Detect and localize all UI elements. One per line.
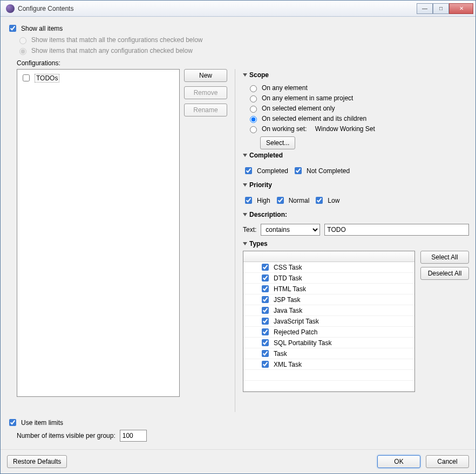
right-column: Scope On any element On any element in s… — [243, 69, 469, 397]
table-row — [243, 381, 414, 391]
completed-section-title[interactable]: Completed — [243, 152, 469, 159]
content-area: Show all items Show items that match all… — [1, 17, 475, 449]
types-buttons: Select All Deselect All — [420, 251, 469, 280]
new-button[interactable]: New — [184, 69, 227, 82]
bottom-section: Use item limits Number of items visible … — [7, 416, 469, 444]
deselect-all-button[interactable]: Deselect All — [420, 267, 469, 280]
footer: Restore Defaults OK Cancel — [1, 449, 475, 473]
type-label: CSS Task — [274, 264, 302, 271]
match-all-radio-input[interactable] — [19, 37, 26, 44]
not-completed-checkbox[interactable]: Not Completed — [293, 166, 350, 176]
list-item[interactable]: TODOs — [21, 73, 176, 83]
types-section-title[interactable]: Types — [243, 240, 469, 248]
type-label: Task — [274, 350, 287, 358]
table-row[interactable]: SQL Portability Task — [243, 338, 414, 348]
scope-selected-children-radio[interactable]: On selected element and its children — [247, 114, 469, 123]
select-working-set-button[interactable]: Select... — [260, 136, 295, 149]
table-row[interactable]: CSS Task — [243, 262, 414, 273]
priority-low-checkbox[interactable]: Low — [314, 195, 339, 205]
table-row[interactable]: Task — [243, 348, 414, 359]
config-item-checkbox[interactable] — [23, 74, 30, 81]
type-checkbox[interactable] — [262, 318, 269, 325]
configurations-list[interactable]: TODOs — [17, 69, 180, 397]
table-row[interactable]: Rejected Patch — [243, 327, 414, 338]
type-label: Java Task — [274, 307, 302, 314]
config-buttons: New Remove Rename — [184, 69, 227, 412]
chevron-down-icon — [243, 213, 247, 216]
rename-button[interactable]: Rename — [184, 104, 227, 116]
chevron-down-icon — [243, 183, 247, 187]
match-any-radio-input[interactable] — [19, 48, 26, 55]
table-row[interactable]: Java Task — [243, 305, 414, 316]
table-row[interactable]: XML Task — [243, 359, 414, 370]
type-checkbox[interactable] — [262, 296, 269, 303]
description-title: Description: — [249, 211, 287, 218]
number-label: Number of items visible per group: — [17, 432, 115, 439]
types-table-body: CSS TaskDTD TaskHTML TaskJSP TaskJava Ta… — [243, 262, 414, 391]
type-checkbox[interactable] — [262, 285, 269, 292]
scope-any-radio[interactable]: On any element — [247, 84, 469, 92]
close-button[interactable]: ✕ — [449, 3, 473, 14]
scope-title: Scope — [249, 71, 269, 79]
text-label: Text: — [243, 226, 256, 233]
show-all-checkbox-input[interactable] — [9, 25, 16, 32]
scope-selected-only-radio[interactable]: On selected element only — [247, 104, 469, 113]
cancel-button[interactable]: Cancel — [426, 455, 469, 468]
dialog-window: Configure Contents — □ ✕ Show all items … — [0, 0, 476, 474]
match-all-label: Show items that match all the configurat… — [31, 36, 203, 44]
show-all-items-checkbox[interactable]: Show all items — [7, 23, 469, 33]
table-row[interactable]: DTD Task — [243, 273, 414, 284]
completed-checkboxes: Completed Not Completed — [243, 164, 469, 177]
type-label: Rejected Patch — [274, 328, 317, 336]
show-all-label: Show all items — [21, 25, 63, 32]
type-checkbox[interactable] — [262, 328, 269, 335]
match-all-radio[interactable]: Show items that match all the configurat… — [17, 36, 469, 44]
priority-section-title[interactable]: Priority — [243, 181, 469, 189]
type-checkbox[interactable] — [262, 274, 269, 281]
items-per-group-input[interactable] — [120, 430, 147, 442]
type-label: SQL Portability Task — [274, 339, 331, 347]
description-section-title[interactable]: Description: — [243, 211, 469, 218]
maximize-button[interactable]: □ — [433, 3, 449, 14]
chevron-down-icon — [243, 73, 247, 77]
description-text-input[interactable] — [324, 224, 469, 236]
chevron-down-icon — [243, 154, 247, 157]
scope-section-title[interactable]: Scope — [243, 71, 469, 79]
ok-button[interactable]: OK — [377, 455, 420, 468]
type-checkbox[interactable] — [262, 339, 269, 346]
match-any-label: Show items that match any configuration … — [31, 47, 193, 54]
type-checkbox[interactable] — [262, 361, 269, 368]
type-label: JavaScript Task — [274, 318, 319, 325]
types-title: Types — [249, 240, 268, 248]
type-label: XML Task — [274, 361, 302, 368]
scope-radio-group: On any element On any element in same pr… — [247, 82, 469, 149]
description-mode-select[interactable]: contains — [261, 224, 320, 236]
types-table[interactable]: CSS TaskDTD TaskHTML TaskJSP TaskJava Ta… — [243, 251, 415, 392]
remove-button[interactable]: Remove — [184, 86, 227, 99]
restore-defaults-button[interactable]: Restore Defaults — [7, 455, 67, 468]
use-item-limits-checkbox[interactable]: Use item limits — [7, 417, 469, 428]
type-checkbox[interactable] — [262, 307, 269, 314]
priority-normal-checkbox[interactable]: Normal — [275, 195, 310, 205]
footer-right: OK Cancel — [377, 455, 469, 468]
table-row[interactable]: JSP Task — [243, 294, 414, 305]
chevron-down-icon — [243, 242, 247, 245]
scope-same-project-radio[interactable]: On any element in same project — [247, 94, 469, 102]
type-checkbox[interactable] — [262, 350, 269, 357]
description-row: Text: contains — [243, 224, 469, 236]
config-item-label[interactable]: TODOs — [35, 74, 59, 83]
minimize-button[interactable]: — — [417, 3, 433, 14]
match-any-radio[interactable]: Show items that match any configuration … — [17, 46, 469, 55]
priority-high-checkbox[interactable]: High — [243, 195, 270, 205]
configurations-label: Configurations: — [17, 59, 469, 67]
type-checkbox[interactable] — [262, 264, 269, 271]
priority-title: Priority — [249, 181, 272, 189]
select-all-button[interactable]: Select All — [420, 251, 469, 264]
table-row[interactable]: JavaScript Task — [243, 316, 414, 327]
table-row[interactable]: HTML Task — [243, 284, 414, 294]
table-row — [243, 370, 414, 381]
type-label: HTML Task — [274, 285, 306, 293]
completed-checkbox[interactable]: Completed — [243, 166, 288, 176]
scope-working-set-radio[interactable]: On working set: Window Working Set — [247, 125, 469, 133]
app-icon — [6, 4, 15, 13]
